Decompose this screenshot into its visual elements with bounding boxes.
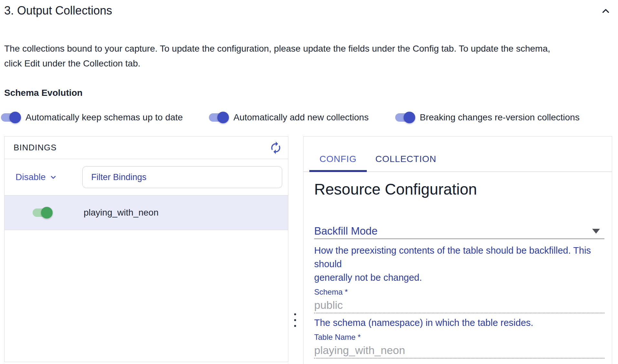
toggle-add-new-collections[interactable]: Automatically add new collections (208, 109, 369, 126)
schema-field-input (314, 298, 604, 311)
schema-field-label: Schema * (314, 288, 604, 297)
collapse-section-button[interactable] (600, 5, 612, 17)
table-name-field-input (314, 344, 604, 357)
disable-dropdown-button[interactable]: Disable (15, 172, 57, 182)
switch-on-icon (208, 111, 229, 124)
table-name-field-label: Table Name * (314, 333, 604, 342)
panel-resize-handle[interactable] (292, 310, 299, 330)
disable-label: Disable (15, 172, 46, 182)
toggle-label: Breaking changes re-version collections (420, 112, 580, 123)
drag-dot-icon (294, 313, 296, 315)
backfill-description: How the preexisting contents of the tabl… (314, 244, 608, 284)
schema-evolution-heading: Schema Evolution (4, 88, 83, 98)
refresh-icon (269, 141, 283, 155)
schema-field-underline (314, 313, 604, 313)
chevron-down-icon (49, 173, 57, 181)
bindings-controls-row: Disable (5, 159, 288, 196)
resource-configuration-heading: Resource Configuration (314, 180, 604, 198)
details-tabs: CONFIG COLLECTION (304, 136, 612, 172)
chevron-up-icon (600, 5, 611, 16)
refresh-bindings-button[interactable] (269, 141, 283, 155)
filter-bindings-field (82, 166, 282, 188)
switch-on-icon (0, 111, 21, 124)
drag-dot-icon (294, 319, 296, 321)
table-name-field-underline (314, 358, 604, 359)
toggle-breaking-changes-reversion[interactable]: Breaking changes re-version collections (395, 109, 580, 126)
active-tab-indicator (309, 170, 367, 172)
bindings-title: BINDINGS (14, 143, 57, 153)
toggle-label: Automatically keep schemas up to date (26, 112, 183, 123)
toggle-label: Automatically add new collections (233, 112, 369, 123)
drag-dot-icon (294, 325, 296, 327)
bindings-panel: BINDINGS Disable playing_with_neon (4, 136, 288, 362)
backfill-mode-label: Backfill Mode (314, 225, 377, 237)
caret-down-icon (592, 229, 600, 234)
binding-details-panel: CONFIG COLLECTION Resource Configuration… (303, 136, 612, 364)
filter-bindings-input[interactable] (84, 172, 281, 182)
bindings-panel-header: BINDINGS (5, 136, 288, 159)
binding-enabled-switch[interactable] (32, 206, 53, 219)
page-title: 3. Output Collections (4, 4, 112, 17)
section-description: The collections bound to your capture. T… (4, 41, 611, 71)
binding-name: playing_with_neon (84, 207, 159, 218)
toggle-keep-schemas-up-to-date[interactable]: Automatically keep schemas up to date (0, 109, 183, 126)
backfill-mode-select[interactable]: Backfill Mode (314, 225, 604, 237)
tab-collection[interactable]: COLLECTION (367, 136, 445, 171)
binding-row-playing-with-neon[interactable]: playing_with_neon (5, 196, 288, 230)
switch-on-icon (395, 111, 415, 124)
table-name-field-description: The name of the table to be captured. (314, 362, 604, 364)
tab-config[interactable]: CONFIG (309, 136, 367, 171)
schema-field-description: The schema (namespace) in which the tabl… (314, 317, 604, 328)
backfill-underline (314, 238, 604, 239)
